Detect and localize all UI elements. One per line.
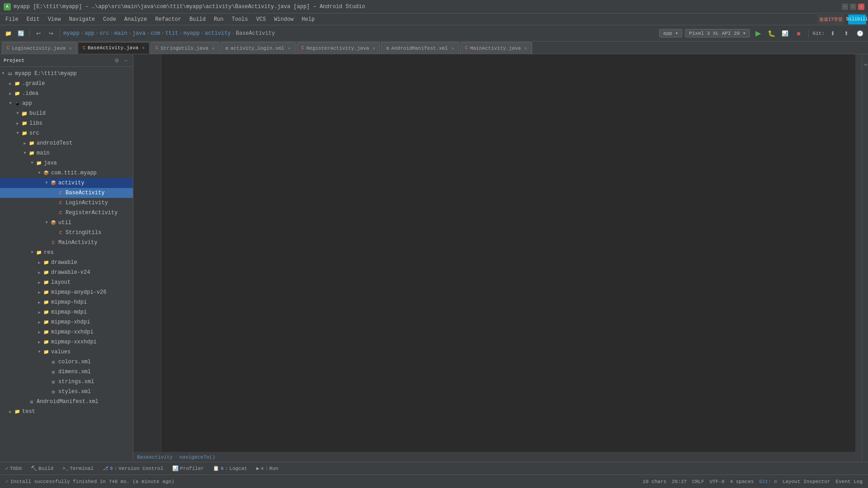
tree-item-androidmanifest-xml[interactable]: ⊞AndroidManifest.xml (0, 397, 133, 407)
git-push-button[interactable]: ⬆ (841, 28, 852, 39)
tree-item-libs[interactable]: ▶📁libs (0, 118, 133, 128)
menu-navigate[interactable]: Navigate (65, 15, 99, 24)
coverage-button[interactable]: 📊 (780, 28, 791, 39)
sync-button[interactable]: 🔄 (15, 28, 26, 39)
undo-button[interactable]: ↩ (33, 28, 44, 39)
menu-edit[interactable]: Edit (23, 15, 43, 24)
tab-mainactivity[interactable]: C MainActivity.java ✕ (460, 42, 532, 54)
bottom-tab-todo[interactable]: ✓ TODO (4, 465, 24, 472)
git-status[interactable]: Git: m (759, 479, 777, 484)
tree-item-dimens-xml[interactable]: ⊞dimens.xml (0, 367, 133, 377)
breadcrumb-java[interactable]: java (132, 30, 146, 37)
menu-run[interactable]: Run (210, 15, 227, 24)
tree-item-mipmap-mdpi[interactable]: ▶📁mipmap-mdpi (0, 307, 133, 317)
debug-button[interactable]: 🐛 (766, 28, 777, 39)
bc-base[interactable]: BaseActivity (137, 455, 173, 460)
tab-manifest[interactable]: ⊞ AndroidManifest.xml ✕ (381, 42, 459, 54)
menu-window[interactable]: Window (270, 15, 297, 24)
breadcrumb-baseactivity[interactable]: BaseActivity (236, 30, 275, 37)
stop-button[interactable]: ■ (793, 28, 804, 39)
tree-item-mipmap-xhdpi[interactable]: ▶📁mipmap-xhdpi (0, 317, 133, 327)
file-tree[interactable]: ▼🗂myapp E:\ttit\myapp▶📁.gradle▶📁.idea▼📱a… (0, 67, 133, 462)
bottom-tab-build[interactable]: 🔨 Build (29, 465, 55, 472)
tree-item-registeractivity[interactable]: CRegisterActivity (0, 208, 133, 218)
menu-tools[interactable]: Tools (228, 15, 252, 24)
tree-item-main[interactable]: ▼📁main (0, 148, 133, 158)
tree-item-mipmap-hdpi[interactable]: ▶📁mipmap-hdpi (0, 297, 133, 307)
bottom-tab-logcat[interactable]: 📋 6: Logcat (211, 465, 249, 472)
menu-help[interactable]: Help (298, 15, 318, 24)
tree-item-baseactivity[interactable]: CBaseActivity (0, 188, 133, 198)
maximize-button[interactable]: □ (850, 4, 856, 10)
breadcrumb-ttit[interactable]: ttit (165, 30, 179, 37)
menu-analyze[interactable]: Analyze (121, 15, 151, 24)
tree-item-drawable-v24[interactable]: ▶📁drawable-v24 (0, 267, 133, 277)
tree-item-myapp-e--ttit-myapp[interactable]: ▼🗂myapp E:\ttit\myapp (0, 69, 133, 79)
open-project-button[interactable]: 📁 (3, 28, 14, 39)
tab-su-close[interactable]: ✕ (212, 46, 215, 51)
menu-file[interactable]: File (2, 15, 22, 24)
tree-item-res[interactable]: ▼📁res (0, 248, 133, 258)
encoding[interactable]: UTF-8 (710, 479, 725, 484)
tab-m-close[interactable]: ✕ (452, 46, 454, 51)
tab-register[interactable]: C RegisterActivity.java ✕ (297, 42, 381, 54)
tree-item-values[interactable]: ▼📁values (0, 347, 133, 357)
breadcrumb-activity[interactable]: activity (205, 30, 231, 37)
breadcrumb-app[interactable]: app (85, 30, 94, 37)
right-panel-explorer[interactable]: E (862, 56, 868, 74)
tree-item-mipmap-xxhdpi[interactable]: ▶📁mipmap-xxhdpi (0, 327, 133, 337)
tab-stringutils[interactable]: C StringUtils.java ✕ (151, 42, 220, 54)
bottom-tab-vcs[interactable]: ⎇ 9: Version Control (101, 465, 165, 472)
git-history-button[interactable]: 🕐 (854, 28, 865, 39)
git-update-button[interactable]: ⬇ (827, 28, 838, 39)
tree-item-colors-xml[interactable]: ⊞colors.xml (0, 357, 133, 367)
tree-item-styles-xml[interactable]: ⊞styles.xml (0, 387, 133, 397)
tree-item-com-ttit-myapp[interactable]: ▼📦com.ttit.myapp (0, 168, 133, 178)
menu-view[interactable]: View (44, 15, 65, 24)
tab-base-close[interactable]: ✕ (142, 45, 145, 51)
code-editor[interactable] (161, 54, 855, 452)
tab-activity-login-xml[interactable]: ⊞ activity_login.xml ✕ (221, 42, 296, 54)
tab-al-close[interactable]: ✕ (288, 46, 291, 51)
tree-item-test[interactable]: ▶📁test (0, 407, 133, 417)
tree-item-util[interactable]: ▼📦util (0, 218, 133, 228)
tree-item-stringutils[interactable]: CStringUtils (0, 228, 133, 238)
editor-container[interactable] (133, 54, 862, 452)
tree-item-java[interactable]: ▼📁java (0, 158, 133, 168)
tree-item-mipmap-xxxhdpi[interactable]: ▶📁mipmap-xxxhdpi (0, 337, 133, 347)
menu-build[interactable]: Build (186, 15, 209, 24)
tree-item-drawable[interactable]: ▶📁drawable (0, 258, 133, 267)
breadcrumb-com[interactable]: com (151, 30, 160, 37)
redo-button[interactable]: ↪ (46, 28, 57, 39)
close-button[interactable]: ✕ (858, 4, 864, 10)
breadcrumb-myapp2[interactable]: myapp (184, 30, 200, 37)
tree-item-src[interactable]: ▼📁src (0, 128, 133, 138)
tree-item-build[interactable]: ▼📁build (0, 108, 133, 118)
event-log[interactable]: Event Log (836, 479, 863, 484)
tree-item--idea[interactable]: ▶📁.idea (0, 89, 133, 99)
run-config-selector[interactable]: app ▾ (659, 29, 682, 38)
bc-navigate[interactable]: navigateTo() (179, 455, 215, 460)
tree-item-strings-xml[interactable]: ⊞strings.xml (0, 377, 133, 387)
tree-item-app[interactable]: ▼📱app (0, 99, 133, 108)
tab-base-activity[interactable]: C BaseActivity.java ✕ (78, 42, 150, 54)
menu-vcs[interactable]: VCS (253, 15, 270, 24)
tab-login-activity[interactable]: C LoginActivity.java ✕ (2, 42, 77, 54)
bottom-tab-terminal[interactable]: >_ Terminal (61, 465, 95, 472)
tree-item-loginactivity[interactable]: CLoginActivity (0, 198, 133, 208)
breadcrumb-src[interactable]: src (99, 30, 109, 37)
sidebar-settings-button[interactable]: ⚙ (113, 57, 120, 64)
tab-ma-close[interactable]: ✕ (524, 46, 527, 51)
layout-inspector[interactable]: Layout Inspector (783, 479, 830, 484)
breadcrumb-main[interactable]: main (114, 30, 127, 37)
tree-item-mipmap-anydpi-v26[interactable]: ▶📁mipmap-anydpi-v26 (0, 287, 133, 297)
tree-item-activity[interactable]: ▼📦activity (0, 178, 133, 188)
menu-code[interactable]: Code (99, 15, 120, 24)
sidebar-collapse-button[interactable]: − (122, 57, 129, 64)
run-button[interactable]: ▶ (753, 28, 764, 39)
tree-item--gradle[interactable]: ▶📁.gradle (0, 79, 133, 89)
tree-item-mainactivity[interactable]: CMainActivity (0, 238, 133, 248)
cursor-position[interactable]: 26:27 (672, 479, 687, 484)
bottom-tab-profiler[interactable]: 📊 Profiler (170, 465, 206, 472)
device-selector[interactable]: Pixel 3 XL API 29 ▾ (685, 29, 750, 38)
